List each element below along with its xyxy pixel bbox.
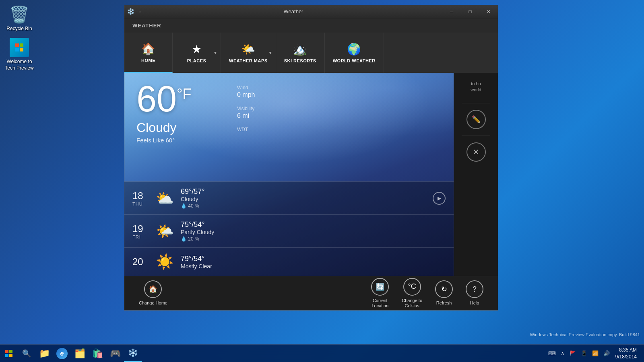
refresh-label: Refresh — [436, 300, 452, 306]
title-bar: ❄️ ··· Weather ─ □ ✕ — [124, 5, 498, 18]
clock-date: 9/18/2014 — [615, 354, 637, 360]
side-divider-2 — [462, 136, 490, 136]
wind-detail: Wind 0 mph — [237, 85, 255, 99]
visibility-value: 6 mi — [237, 112, 255, 119]
forecast-condition-19: Partly Cloudy — [181, 229, 446, 235]
forecast-condition-18: Cloudy — [181, 196, 433, 202]
forecast-date-20: 20 — [132, 256, 153, 267]
change-home-button[interactable]: 🏠 Change Home — [132, 277, 174, 309]
welcome-icon[interactable]: Welcome to Tech Preview — [3, 36, 35, 73]
main-content: 60°F Cloudy Feels Like 60° Wind 0 mph Vi… — [124, 73, 498, 276]
tray-notification: Windows Technical Preview Evaluation cop… — [530, 331, 640, 338]
help-button[interactable]: ? Help — [459, 277, 490, 309]
forecast-play-btn-18[interactable]: ▶ — [433, 192, 446, 205]
taskbar-tray: ⌨ ∧ 🚩 📱 📶 🔊 8:35 AM 9/18/2014 — [546, 347, 644, 360]
celsius-icon: °C — [403, 278, 421, 296]
weather-display: 60°F Cloudy Feels Like 60° Wind 0 mph Vi… — [124, 73, 454, 276]
forecast-row-19: 19 FRI 🌤️ 75°/54° Partly Cloudy 💧 20 % — [124, 214, 454, 247]
tray-clock[interactable]: 8:35 AM 9/18/2014 — [612, 347, 640, 360]
star-icon: ★ — [192, 43, 202, 56]
nav-bar: 🏠 HOME ★ PLACES ▼ 🌤️ WEATHER MAPS ▼ 🏔️ S… — [124, 33, 498, 73]
nav-world-weather[interactable]: 🌍 WORLD WEATHER — [325, 33, 384, 73]
side-panel: to howorld ✏️ ✕ — [454, 73, 498, 276]
forecast-temp-range-19: 75°/54° — [181, 220, 446, 229]
forecast-precip-18: 💧 40 % — [181, 203, 433, 209]
store-button[interactable]: 🛍️ — [89, 345, 106, 362]
home-icon: 🏠 — [141, 42, 155, 56]
window-title: Weather — [144, 8, 442, 14]
help-label: Help — [470, 300, 479, 306]
change-home-label: Change Home — [139, 300, 167, 306]
file-explorer-button[interactable]: 📁 — [35, 345, 53, 362]
maximize-button[interactable]: □ — [461, 5, 479, 18]
ie-icon: e — [56, 348, 68, 359]
weather-maps-icon: 🌤️ — [241, 43, 255, 56]
weather-maps-dropdown-icon: ▼ — [268, 51, 272, 55]
day-num-20: 20 — [132, 256, 153, 267]
side-text-1: to howorld — [471, 81, 481, 93]
title-bar-dots: ··· — [137, 9, 141, 14]
forecast-icon-19: 🌤️ — [153, 223, 177, 240]
recycle-bin-label: Recycle Bin — [6, 26, 32, 32]
nav-places[interactable]: ★ PLACES ▼ — [173, 33, 221, 73]
forecast-date-19: 19 FRI — [132, 223, 153, 239]
wind-label: Wind — [237, 85, 255, 90]
flag-tray-icon[interactable]: 🚩 — [567, 350, 578, 356]
current-location-label: CurrentLocation — [372, 298, 388, 309]
temperature-unit: °F — [177, 86, 191, 102]
weather-app-button[interactable]: ❄️ — [124, 345, 142, 362]
current-location-button[interactable]: 🔄 CurrentLocation — [365, 275, 395, 312]
forecast-temps-18: 69°/57° Cloudy 💧 40 % — [181, 187, 433, 209]
minimize-button[interactable]: ─ — [442, 5, 461, 18]
refresh-icon: ↻ — [435, 280, 453, 298]
forecast-icon-18: ⛅ — [153, 190, 177, 207]
wdt-label: WDT — [237, 127, 255, 132]
weather-details: Wind 0 mph Visibility 6 mi WDT — [237, 85, 255, 132]
keyboard-tray-icon[interactable]: ⌨ — [546, 350, 558, 356]
side-divider-1 — [462, 103, 490, 103]
refresh-button[interactable]: ↻ Refresh — [429, 277, 459, 309]
tablet-tray-icon[interactable]: 📱 — [578, 350, 590, 356]
visibility-label: Visibility — [237, 106, 255, 111]
edit-button[interactable]: ✏️ — [466, 110, 486, 129]
welcome-image — [10, 38, 29, 57]
forecast-temp-range-18: 69°/57° — [181, 187, 433, 196]
start-button[interactable] — [0, 345, 18, 362]
forecast-row-20: 20 ☀️ 79°/54° Mostly Clear — [124, 247, 454, 276]
close-button[interactable]: ✕ — [479, 5, 498, 18]
visibility-detail: Visibility 6 mi — [237, 106, 255, 119]
ie-button[interactable]: e — [53, 345, 71, 362]
app-icon: ❄️ — [124, 5, 137, 18]
recycle-bin-icon[interactable]: 🗑️ Recycle Bin — [3, 3, 35, 34]
taskbar: 🔍 📁 e 🗂️ 🛍️ 🎮 ❄️ ⌨ ∧ 🚩 📱 📶 🔊 8:35 AM 9/1… — [0, 344, 644, 362]
side-close-button[interactable]: ✕ — [466, 142, 486, 162]
search-button[interactable]: 🔍 — [18, 345, 35, 362]
nav-weather-maps-label: WEATHER MAPS — [229, 58, 268, 63]
temperature-display: 60°F — [136, 81, 192, 117]
places-dropdown-icon: ▼ — [213, 51, 217, 55]
bottom-toolbar: 🏠 Change Home 🔄 CurrentLocation °C Chang… — [124, 276, 498, 310]
day-num-18: 18 — [132, 190, 153, 202]
volume-tray-icon[interactable]: 🔊 — [601, 350, 612, 356]
chevron-tray-icon[interactable]: ∧ — [558, 350, 567, 356]
forecast-temp-range-20: 79°/54° — [181, 255, 446, 263]
file-manager-button[interactable]: 🗂️ — [71, 345, 89, 362]
nav-weather-maps[interactable]: 🌤️ WEATHER MAPS ▼ — [221, 33, 276, 73]
day-num-19: 19 — [132, 223, 153, 234]
forecast-precip-19: 💧 20 % — [181, 236, 446, 242]
games-button[interactable]: 🎮 — [106, 345, 124, 362]
forecast-temps-20: 79°/54° Mostly Clear — [181, 255, 446, 269]
help-icon: ? — [466, 280, 483, 298]
nav-ski-resorts[interactable]: 🏔️ SKI RESORTS — [276, 33, 325, 73]
nav-home[interactable]: 🏠 HOME — [124, 33, 173, 73]
ski-icon: 🏔️ — [293, 43, 307, 56]
feels-like: Feels Like 60° — [136, 137, 192, 144]
nav-places-label: PLACES — [187, 58, 206, 63]
change-celsius-button[interactable]: °C Change toCelsius — [395, 275, 429, 312]
signal-tray-icon[interactable]: 📶 — [590, 350, 601, 356]
current-location-icon: 🔄 — [371, 278, 389, 296]
app-header: WEATHER — [124, 18, 498, 33]
day-name-19: FRI — [132, 234, 153, 239]
nav-ski-label: SKI RESORTS — [284, 58, 316, 63]
clock-time: 8:35 AM — [615, 347, 637, 354]
